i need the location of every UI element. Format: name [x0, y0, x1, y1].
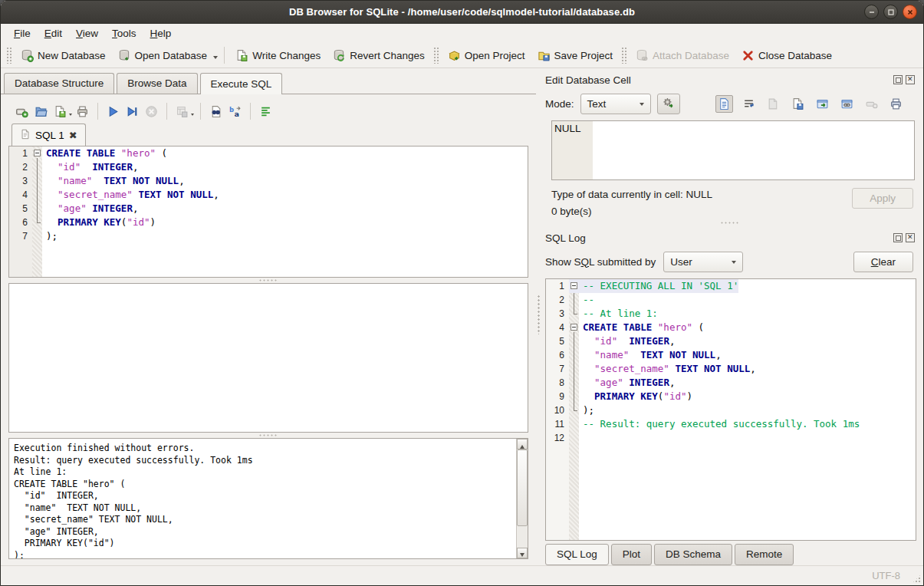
main-tab-bar: Database Structure Browse Data Execute S…: [1, 73, 536, 94]
open-database-button[interactable]: Open Database: [112, 47, 214, 64]
open-database-icon: [118, 49, 131, 62]
text-mode-button[interactable]: [715, 95, 733, 113]
write-changes-button[interactable]: Write Changes: [229, 47, 327, 64]
editor-results-splitter[interactable]: [8, 278, 528, 283]
tab-browse-data[interactable]: Browse Data: [117, 73, 197, 94]
save-results-button: [173, 103, 191, 120]
menu-tools[interactable]: Tools: [105, 25, 143, 41]
svg-text:a: a: [234, 109, 238, 117]
word-wrap-button[interactable]: [740, 95, 758, 113]
scrollbar-thumb[interactable]: [517, 449, 528, 526]
find-replace-button[interactable]: [207, 103, 225, 120]
toolbar-drag-handle[interactable]: [433, 47, 439, 64]
auto-switch-mode-button[interactable]: [657, 94, 680, 114]
open-sql-tab-button[interactable]: [13, 103, 31, 120]
execution-log-pane: Execution finished without errors.Result…: [8, 438, 528, 559]
scroll-down-arrow[interactable]: [517, 548, 528, 558]
float-panel-icon[interactable]: [893, 233, 903, 242]
resize-grip[interactable]: [912, 574, 922, 584]
toolbar-separator: [97, 103, 98, 120]
format-sql-button[interactable]: [257, 103, 275, 120]
bottom-tab-db-schema[interactable]: DB Schema: [654, 544, 732, 565]
open-database-dropdown-caret[interactable]: [213, 56, 218, 61]
encoding-indicator[interactable]: UTF-8: [872, 570, 900, 581]
save-project-label: Save Project: [554, 50, 613, 61]
tab-execute-sql[interactable]: Execute SQL: [200, 73, 283, 94]
execution-log-text[interactable]: Execution finished without errors.Result…: [9, 439, 516, 558]
autocomplete-button[interactable]: ba: [226, 103, 244, 120]
mode-label: Mode:: [545, 98, 574, 110]
window-controls: [864, 5, 917, 19]
attach-database-icon: [636, 49, 649, 62]
print-sql-button[interactable]: [74, 103, 91, 120]
cell-info-row: Type of data currently in cell: NULL 0 b…: [544, 180, 916, 220]
close-database-button[interactable]: Close Database: [735, 47, 838, 64]
save-sql-dropdown-caret[interactable]: [69, 114, 72, 117]
close-database-label: Close Database: [758, 50, 832, 61]
gear-import-icon: [662, 96, 675, 112]
cell-log-splitter[interactable]: [544, 220, 916, 229]
dock-panel-area: Edit Database Cell Mode: Text: [541, 68, 923, 565]
main-vertical-splitter[interactable]: [536, 68, 541, 565]
close-panel-icon[interactable]: [906, 75, 915, 84]
attach-database-button: Attach Database: [630, 47, 735, 64]
toolbar-separator: [166, 103, 167, 120]
menu-edit[interactable]: Edit: [38, 25, 69, 41]
revert-changes-label: Revert Changes: [350, 50, 425, 61]
open-sql-file-button[interactable]: [32, 103, 50, 120]
open-project-button[interactable]: Open Project: [442, 47, 531, 64]
minimize-button[interactable]: [864, 5, 879, 19]
bottom-tab-remote[interactable]: Remote: [735, 544, 794, 565]
sql-code-editor[interactable]: 1CREATE TABLE "hero" (2 "id" INTEGER,3 "…: [8, 146, 528, 278]
sql-log-text[interactable]: 1-- EXECUTING ALL IN 'SQL 1'2--3-- At li…: [546, 279, 916, 540]
menu-view[interactable]: View: [69, 25, 105, 41]
scroll-up-arrow[interactable]: [517, 439, 528, 449]
copy-cell-link-button[interactable]: [838, 95, 856, 113]
toolbar-drag-handle[interactable]: [6, 47, 12, 64]
show-sql-label: Show SQL submitted by: [545, 256, 656, 268]
stop-execution-button: [143, 103, 160, 120]
sql-log-panel-header: SQL Log: [544, 229, 916, 246]
cell-mode-select[interactable]: Text: [580, 94, 651, 114]
close-sql-tab-icon[interactable]: ✖: [69, 130, 77, 141]
cell-null-value: NULL: [552, 121, 593, 179]
execute-current-line-button[interactable]: [123, 103, 141, 120]
save-project-icon: [538, 49, 551, 62]
new-database-button[interactable]: New Database: [15, 47, 112, 64]
cell-mode-row: Mode: Text: [544, 88, 916, 119]
close-panel-icon[interactable]: [906, 233, 915, 242]
results-log-splitter[interactable]: [8, 433, 528, 438]
close-button[interactable]: [903, 5, 917, 19]
open-project-icon: [448, 49, 461, 62]
float-panel-icon[interactable]: [893, 75, 903, 84]
execute-all-button[interactable]: [104, 103, 122, 120]
cell-editor-icons: [715, 95, 905, 113]
toolbar-drag-handle[interactable]: [621, 47, 627, 64]
window-titlebar[interactable]: DB Browser for SQLite - /home/user/code/…: [1, 1, 923, 24]
save-sql-file-button[interactable]: [51, 103, 69, 120]
execution-log-scrollbar[interactable]: [516, 439, 528, 558]
revert-changes-button[interactable]: Revert Changes: [327, 47, 431, 64]
menu-file[interactable]: File: [7, 25, 38, 41]
import-cell-data-button[interactable]: [789, 95, 807, 113]
bottom-tab-sql-log[interactable]: SQL Log: [545, 544, 609, 565]
menu-help[interactable]: Help: [143, 25, 179, 41]
sql-log-filter-select[interactable]: User: [663, 252, 743, 272]
toolbar-separator: [200, 103, 201, 120]
open-project-label: Open Project: [465, 50, 525, 61]
sql-doc-tab[interactable]: SQL 1 ✖: [12, 123, 86, 146]
open-database-label: Open Database: [135, 50, 208, 61]
export-cell-data-button[interactable]: [814, 95, 831, 113]
window-title: DB Browser for SQLite - /home/user/code/…: [289, 6, 635, 18]
save-project-button[interactable]: Save Project: [531, 47, 620, 64]
results-grid-pane[interactable]: [8, 283, 528, 433]
tab-database-structure[interactable]: Database Structure: [4, 73, 114, 94]
sql-doc-tab-label: SQL 1: [35, 130, 64, 141]
attach-database-label: Attach Database: [653, 50, 729, 61]
bottom-tab-plot[interactable]: Plot: [611, 544, 652, 565]
maximize-button[interactable]: [883, 5, 898, 19]
write-changes-label: Write Changes: [252, 50, 321, 61]
print-cell-button[interactable]: [887, 95, 905, 113]
clear-log-button[interactable]: Clear: [853, 252, 913, 272]
cell-value-editor[interactable]: NULL: [551, 120, 915, 180]
